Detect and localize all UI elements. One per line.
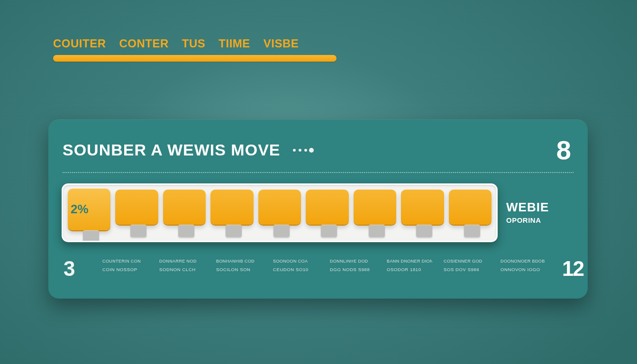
footer-col-6-b: OSODOR 1810: [387, 267, 432, 273]
footer-col-6-a: BANN DNONER DION: [387, 258, 432, 264]
chip-strip-row: 2% Webie oporina: [62, 183, 574, 242]
chip-8[interactable]: [401, 190, 444, 225]
footer-col-3: BONHANHIB COD SOCILON SON: [216, 258, 262, 273]
footer-col-8: DOONONOER BDOB ONNOVON IOGO: [500, 258, 546, 273]
summary-card: Sounber a Wewis move 8 2% Webie oporina: [48, 119, 588, 299]
footer-col-7: COSIENNER GOD SOS DOV S986: [444, 258, 489, 273]
card-footer: 3 COUNTERIN CON COIN NOSSOP DONNARRE NOD…: [62, 258, 574, 279]
tab-counter[interactable]: Couiter: [53, 37, 106, 50]
footer-col-4-a: SOONOON COA: [273, 258, 318, 264]
chip-3-tab: [178, 225, 194, 237]
chip-4-tab: [226, 225, 242, 237]
chip-5[interactable]: [258, 190, 301, 225]
divider-dotted: [63, 172, 573, 173]
more-dots-icon[interactable]: [293, 148, 315, 153]
tab-visbe[interactable]: Visbe: [264, 37, 299, 50]
footer-col-1: COUNTERIN CON COIN NOSSOP: [102, 258, 148, 273]
card-header: Sounber a Wewis move 8: [62, 135, 574, 165]
footer-col-5-b: DGG NODS S988: [330, 267, 375, 273]
chip-2[interactable]: [115, 190, 158, 225]
tab-conter[interactable]: Conter: [119, 37, 169, 50]
footer-col-2-b: SODNON CLCH: [159, 267, 205, 273]
footer-col-3-b: SOCILON SON: [216, 267, 262, 273]
chip-2-tab: [130, 225, 146, 237]
chip-1-tab: [83, 230, 99, 242]
top-tabs: Couiter Conter tus Tiime Visbe: [53, 37, 299, 50]
chip-7[interactable]: [354, 190, 396, 225]
footer-col-1-a: COUNTERIN CON: [102, 258, 148, 264]
footer-col-1-b: COIN NOSSOP: [102, 267, 148, 273]
chip-1-label: 2%: [71, 202, 89, 217]
tab-tus[interactable]: tus: [182, 37, 206, 50]
card-big-value: 8: [556, 135, 572, 165]
footer-col-7-b: SOS DOV S986: [444, 267, 489, 273]
footer-col-4: SOONOON COA CEUDON SO10: [273, 258, 318, 273]
footer-col-6: BANN DNONER DION OSODOR 1810: [387, 258, 432, 273]
chip-strip: 2%: [62, 183, 498, 242]
footer-col-8-a: DOONONOER BDOB: [500, 258, 546, 264]
chip-6-tab: [321, 225, 337, 237]
tab-time[interactable]: Tiime: [218, 37, 250, 50]
chip-8-tab: [416, 225, 432, 237]
footer-columns: COUNTERIN CON COIN NOSSOP DONNARRE NOD S…: [102, 258, 546, 273]
side-label-line2: oporina: [506, 214, 549, 225]
footer-left-value: 3: [64, 258, 86, 279]
chip-9[interactable]: [449, 190, 491, 225]
chip-7-tab: [369, 225, 385, 237]
footer-col-5: DONNLINHE DOD DGG NODS S988: [330, 258, 375, 273]
footer-col-3-a: BONHANHIB COD: [216, 258, 262, 264]
chip-6[interactable]: [306, 190, 348, 225]
chip-1[interactable]: 2%: [68, 189, 110, 230]
footer-right-value: 12: [562, 258, 583, 279]
side-label: Webie oporina: [506, 200, 549, 226]
footer-col-2: DONNARRE NOD SODNON CLCH: [159, 258, 205, 273]
footer-col-7-a: COSIENNER GOD: [444, 258, 489, 264]
card-title: Sounber a Wewis move: [63, 141, 281, 159]
card-title-row: Sounber a Wewis move: [63, 141, 315, 159]
footer-col-4-b: CEUDON SO10: [273, 267, 318, 273]
footer-col-5-a: DONNLINHE DOD: [330, 258, 375, 264]
tab-underline-bar: [53, 55, 337, 62]
footer-col-2-a: DONNARRE NOD: [159, 258, 205, 264]
chip-9-tab: [464, 225, 480, 237]
chip-4[interactable]: [210, 190, 253, 225]
chip-5-tab: [273, 225, 290, 237]
side-label-line1: Webie: [506, 200, 549, 214]
footer-col-8-b: ONNOVON IOGO: [500, 267, 546, 273]
chip-3[interactable]: [163, 190, 206, 225]
